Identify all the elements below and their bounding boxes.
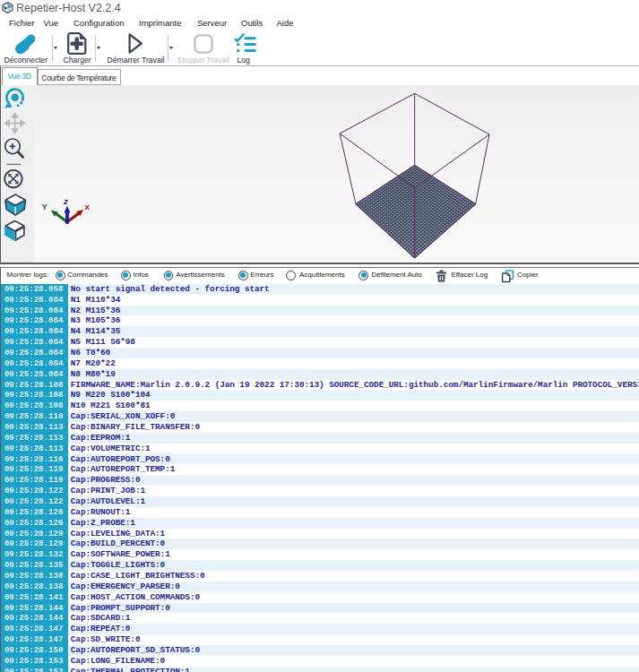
svg-text:Y: Y — [42, 202, 48, 211]
svg-text:z: z — [63, 196, 68, 206]
svg-text:x: x — [85, 202, 91, 211]
